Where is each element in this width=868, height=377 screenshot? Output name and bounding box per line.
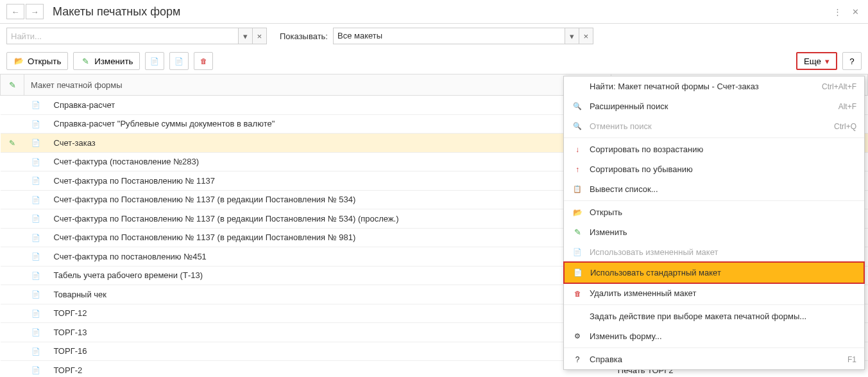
row-name-cell: Счет-фактура по Постановлению № 1137 (47, 171, 611, 191)
row-status-cell (1, 114, 24, 134)
row-status-cell (1, 209, 24, 229)
menu-output-list[interactable]: Вывести список... (564, 179, 864, 199)
row-status-cell (1, 171, 24, 191)
document-icon (31, 157, 41, 167)
document-icon (31, 232, 41, 243)
context-menu: Найти: Макет печатной формы - Счет-заказ… (563, 76, 865, 370)
menu-cancel-search: Отменить поискCtrl+Q (564, 116, 864, 136)
menu-advanced-search[interactable]: Расширенный поискAlt+F (564, 96, 864, 116)
document-icon (31, 270, 41, 281)
row-doc-icon-cell (24, 96, 47, 115)
row-status-cell (1, 96, 24, 115)
edit-button[interactable]: Изменить (73, 52, 140, 70)
chevron-down-icon: ▾ (825, 57, 830, 66)
row-name-cell: Табель учета рабочего времени (Т-13) (47, 266, 611, 285)
menu-open[interactable]: Открыть (564, 202, 864, 222)
row-doc-icon-cell (24, 323, 47, 342)
edit-icon (80, 56, 90, 66)
row-name-cell: Товарный чек (47, 285, 611, 304)
use-modified-icon (572, 248, 583, 256)
document-icon (31, 119, 41, 129)
search-clear-button[interactable]: × (252, 28, 266, 44)
search-box: ▾ × (6, 28, 267, 44)
open-button[interactable]: Открыть (6, 52, 68, 70)
toolbar: Открыть Изменить Еще ▾ ? (0, 48, 868, 74)
sort-desc-icon (572, 165, 583, 174)
row-status-cell (1, 342, 24, 361)
row-doc-icon-cell (24, 247, 47, 267)
row-name-cell: Счет-фактура по Постановлению № 1137 (в … (47, 190, 611, 209)
more-button[interactable]: Еще ▾ (796, 52, 837, 70)
row-name-cell: ТОРГ-12 (47, 304, 611, 323)
row-status-cell (1, 247, 24, 267)
row-doc-icon-cell (24, 266, 47, 285)
show-clear-button[interactable]: × (579, 28, 593, 44)
row-name-cell: Счет-заказ (47, 134, 611, 153)
menu-help[interactable]: СправкаF1 (564, 349, 864, 369)
delete-modified-button[interactable] (194, 52, 213, 70)
menu-find[interactable]: Найти: Макет печатной формы - Счет-заказ… (564, 76, 864, 96)
close-icon[interactable]: ✕ (849, 5, 862, 18)
nav-back-button[interactable]: ← (6, 4, 24, 19)
row-status-cell (1, 228, 24, 247)
row-name-cell: ТОРГ-16 (47, 342, 611, 361)
show-select-value: Все макеты (334, 28, 565, 44)
use-standard-icon (572, 268, 584, 277)
use-standard-button[interactable] (169, 52, 189, 70)
kebab-menu-icon[interactable]: ⋮ (831, 5, 844, 18)
edit-column-icon (7, 80, 17, 90)
row-doc-icon-cell (24, 361, 47, 378)
page-title: Макеты печатных форм (53, 5, 826, 19)
row-doc-icon-cell (24, 209, 47, 229)
document-icon (31, 214, 41, 224)
row-doc-icon-cell (24, 134, 47, 153)
menu-edit[interactable]: Изменить (564, 222, 864, 242)
row-status-cell (1, 134, 24, 153)
list-icon (572, 185, 583, 193)
filter-row: ▾ × Показывать: Все макеты ▾ × (0, 24, 868, 48)
row-name-cell: Справка-расчет "Рублевые суммы документо… (47, 114, 611, 134)
search-icon (572, 102, 583, 110)
row-status-cell (1, 285, 24, 304)
search-input[interactable] (7, 28, 238, 44)
status-header[interactable] (1, 75, 24, 96)
delete-icon (572, 290, 583, 297)
menu-change-form[interactable]: Изменить форму... (564, 326, 864, 346)
row-doc-icon-cell (24, 152, 47, 171)
row-doc-icon-cell (24, 342, 47, 361)
delete-icon (198, 56, 208, 66)
row-doc-icon-cell (24, 171, 47, 191)
menu-sort-asc[interactable]: Сортировать по возрастанию (564, 139, 864, 159)
use-modified-icon (149, 56, 160, 66)
help-button[interactable]: ? (842, 52, 862, 70)
document-icon (31, 290, 41, 300)
search-dropdown-button[interactable]: ▾ (238, 28, 252, 44)
row-doc-icon-cell (24, 228, 47, 247)
show-dropdown-button[interactable]: ▾ (565, 28, 579, 44)
row-name-cell: ТОРГ-13 (47, 323, 611, 342)
row-name-cell: ТОРГ-2 (47, 361, 611, 378)
row-status-cell (1, 323, 24, 342)
document-icon (31, 195, 41, 205)
document-icon (31, 100, 41, 110)
document-icon (31, 365, 41, 376)
row-doc-icon-cell (24, 304, 47, 323)
menu-delete-modified[interactable]: Удалить измененный макет (564, 283, 864, 303)
row-name-cell: Счет-фактура по постановлению №451 (47, 247, 611, 267)
search-cancel-icon (572, 122, 583, 130)
header-bar: ← → Макеты печатных форм ⋮ ✕ (0, 0, 868, 24)
nav-forward-button[interactable]: → (26, 4, 44, 19)
menu-set-action[interactable]: Задать действие при выборе макета печатн… (564, 306, 864, 326)
menu-use-standard[interactable]: Использовать стандартный макет (563, 261, 865, 284)
row-doc-icon-cell (24, 285, 47, 304)
use-standard-icon (174, 56, 184, 66)
menu-use-modified: Использовать измененный макет (564, 242, 864, 262)
use-modified-button[interactable] (145, 52, 164, 70)
name-header[interactable]: Макет печатной формы (24, 75, 611, 96)
form-icon (572, 332, 583, 340)
show-select[interactable]: Все макеты ▾ × (333, 28, 593, 44)
menu-sort-desc[interactable]: Сортировать по убыванию (564, 159, 864, 179)
document-icon (31, 138, 41, 148)
open-icon (13, 56, 24, 66)
row-name-cell: Справка-расчет (47, 96, 611, 115)
